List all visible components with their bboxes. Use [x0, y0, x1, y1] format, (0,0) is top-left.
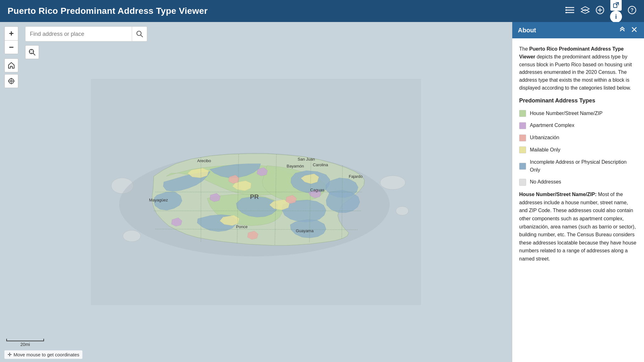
svg-text:Guayama: Guayama [296, 228, 314, 233]
layers-icon[interactable] [580, 6, 590, 16]
about-description: The Puerto Rico Predominant Address Type… [519, 45, 637, 92]
house-description: House Number/Street Name/ZIP: Most of th… [519, 190, 637, 263]
svg-point-31 [123, 230, 141, 242]
legend-label-incomplete: Incomplete Address or Physical Descripti… [530, 158, 637, 174]
about-bold-title: Puerto Rico Predominant Address Type Vie… [519, 46, 624, 59]
svg-rect-3 [565, 7, 567, 8]
about-header-icons [618, 25, 638, 35]
legend-swatch-no-address [519, 179, 526, 186]
about-collapse-button[interactable] [618, 25, 627, 35]
svg-text:?: ? [630, 8, 634, 13]
locate-button[interactable] [4, 74, 18, 88]
svg-text:Fajardo: Fajardo [349, 174, 363, 179]
puerto-rico-main: Arecibo San Juan Carolina Bayamón Fajard… [149, 154, 364, 245]
about-content[interactable]: The Puerto Rico Predominant Address Type… [512, 38, 644, 362]
svg-text:Bayamón: Bayamón [287, 164, 304, 168]
map-svg: Arecibo San Juan Carolina Bayamón Fajard… [91, 79, 421, 305]
legend-label-no-address: No Addresses [530, 178, 561, 186]
legend-title: Predominant Address Types [519, 96, 637, 105]
list-icon[interactable] [565, 6, 575, 16]
about-title: About [518, 27, 536, 34]
coordinates-icon: ✛ [8, 352, 12, 358]
legend-label-house: House Number/Street Name/ZIP [530, 110, 602, 118]
info-button[interactable]: i [610, 11, 622, 23]
svg-line-16 [141, 35, 143, 37]
app-header: Puerto Rico Predominant Address Type Vie… [0, 0, 644, 22]
legend-label-apartment: Apartment Complex [530, 122, 574, 129]
about-close-button[interactable] [630, 25, 638, 35]
coordinates-label: Move mouse to get coordinates [14, 352, 79, 357]
scale-label: 20mi [20, 342, 30, 347]
locate-search-button[interactable] [25, 45, 39, 59]
zoom-controls: + − [4, 26, 18, 54]
header-toolbar: i ? [565, 0, 636, 23]
legend-item-mailable: Mailable Only [519, 146, 637, 154]
about-header: About [512, 22, 644, 38]
svg-point-24 [10, 80, 12, 82]
svg-rect-5 [565, 12, 567, 13]
zoom-in-button[interactable]: + [4, 26, 18, 40]
popout-icon[interactable] [610, 0, 622, 11]
svg-text:Arecibo: Arecibo [197, 158, 211, 163]
app-title: Puerto Rico Predominant Address Type Vie… [8, 6, 208, 16]
legend-swatch-mailable [519, 146, 526, 153]
legend-item-urbanizacion: Urbanización [519, 134, 637, 142]
zoom-out-button[interactable]: − [4, 40, 18, 54]
house-description-term: House Number/Street Name/ZIP: [519, 192, 597, 197]
main-layout: + − [0, 22, 644, 362]
coordinates-bar: ✛ Move mouse to get coordinates [4, 350, 82, 359]
svg-rect-4 [565, 9, 567, 11]
extra-controls [4, 58, 18, 88]
svg-point-32 [380, 176, 405, 189]
legend-item-no-address: No Addresses [519, 178, 637, 186]
legend-swatch-house [519, 110, 526, 117]
svg-text:Carolina: Carolina [313, 162, 328, 167]
legend-label-urbanizacion: Urbanización [530, 134, 559, 142]
map-display: Arecibo San Juan Carolina Bayamón Fajard… [0, 22, 512, 362]
about-panel: About The Puerto Rico Predomi [512, 22, 644, 362]
svg-point-33 [396, 206, 408, 215]
legend-label-mailable: Mailable Only [530, 146, 560, 154]
search-button[interactable] [132, 26, 147, 41]
svg-line-18 [33, 53, 35, 55]
svg-text:San Juan: San Juan [298, 157, 315, 162]
svg-text:PR: PR [250, 193, 259, 200]
search-bar [25, 26, 147, 41]
legend-swatch-incomplete [519, 163, 526, 170]
info-icon-label: i [615, 13, 617, 20]
map-container[interactable]: + − [0, 22, 512, 362]
scale-bar: 20mi [6, 339, 44, 347]
svg-point-23 [9, 79, 14, 84]
legend-item-apartment: Apartment Complex [519, 122, 637, 129]
svg-text:Mayagüez: Mayagüez [149, 198, 168, 202]
home-button[interactable] [4, 58, 18, 72]
svg-marker-6 [581, 7, 589, 11]
add-bookmark-icon[interactable] [596, 6, 604, 17]
legend-item-incomplete: Incomplete Address or Physical Descripti… [519, 158, 637, 174]
scale-line [6, 339, 44, 341]
svg-text:Caguas: Caguas [310, 188, 325, 192]
svg-text:Ponce: Ponce [236, 224, 248, 229]
legend-item-house: House Number/Street Name/ZIP [519, 110, 637, 118]
help-icon[interactable]: ? [628, 6, 636, 17]
svg-marker-7 [581, 9, 589, 14]
legend-swatch-apartment [519, 122, 526, 129]
svg-point-15 [137, 31, 141, 36]
legend-swatch-urbanizacion [519, 134, 526, 141]
search-input[interactable] [25, 26, 132, 41]
